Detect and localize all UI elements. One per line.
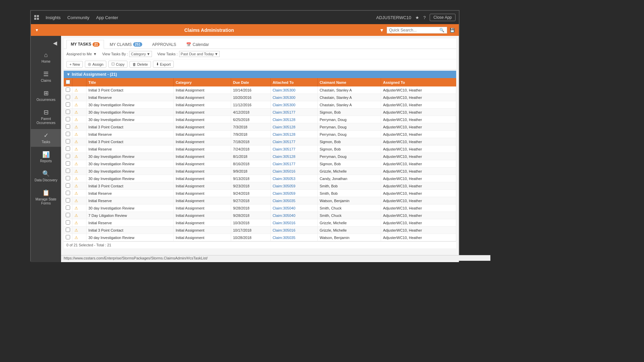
close-app-button[interactable]: Close App	[430, 14, 455, 21]
claim-link[interactable]: Claim:305300	[273, 96, 296, 100]
claim-link[interactable]: Claim:305016	[273, 228, 296, 232]
sidebar-item-data-discovery[interactable]: 🔍 Data Discovery	[31, 167, 61, 185]
tab-my-claims[interactable]: MY CLAIMS 251	[105, 40, 146, 49]
row-checkbox-2[interactable]	[66, 102, 70, 107]
export-button[interactable]: ⬇ Export	[153, 61, 174, 68]
help-icon[interactable]: ?	[423, 15, 426, 20]
row-checkbox-cell[interactable]	[64, 131, 72, 138]
row-checkbox-8[interactable]	[66, 146, 70, 151]
save-icon[interactable]: 💾	[450, 28, 455, 33]
nav-community[interactable]: Community	[67, 15, 90, 20]
row-checkbox-12[interactable]	[66, 176, 70, 180]
col-title[interactable]: Title	[86, 78, 173, 86]
attached-to-cell[interactable]: Claim:305035	[270, 234, 317, 241]
attached-to-cell[interactable]: Claim:305053	[270, 175, 317, 182]
tab-calendar[interactable]: 📅 Calendar	[182, 40, 213, 49]
attached-to-cell[interactable]: Claim:305040	[270, 204, 317, 212]
attached-to-cell[interactable]: Claim:305128	[270, 116, 317, 123]
row-checkbox-4[interactable]	[66, 117, 70, 121]
claim-link[interactable]: Claim:305040	[273, 206, 296, 210]
attached-to-cell[interactable]: Claim:305177	[270, 145, 317, 153]
claim-link[interactable]: Claim:305016	[273, 169, 296, 173]
claim-link[interactable]: Claim:305059	[273, 191, 296, 195]
attached-to-cell[interactable]: Claim:305128	[270, 153, 317, 160]
row-checkbox-16[interactable]	[66, 205, 70, 210]
group-collapse-icon[interactable]: ▼	[66, 72, 70, 77]
attached-to-cell[interactable]: Claim:305040	[270, 212, 317, 219]
row-checkbox-6[interactable]	[66, 132, 70, 136]
attached-to-cell[interactable]: Claim:305128	[270, 123, 317, 131]
row-checkbox-cell[interactable]	[64, 197, 72, 204]
view-tasks-select[interactable]: Past Due and Today ▼	[179, 51, 220, 57]
row-checkbox-10[interactable]	[66, 161, 70, 166]
row-checkbox-cell[interactable]	[64, 234, 72, 241]
row-checkbox-18[interactable]	[66, 220, 70, 225]
attached-to-cell[interactable]: Claim:305300	[270, 101, 317, 109]
row-checkbox-0[interactable]	[66, 87, 70, 92]
row-checkbox-cell[interactable]	[64, 94, 72, 101]
row-checkbox-11[interactable]	[66, 169, 70, 173]
row-checkbox-13[interactable]	[66, 183, 70, 188]
sidebar-item-parent-occurrences[interactable]: ⊟ Parent Occurrences	[31, 106, 61, 128]
delete-button[interactable]: 🗑 Delete	[129, 61, 151, 68]
row-checkbox-cell[interactable]	[64, 212, 72, 219]
claim-link[interactable]: Claim:305177	[273, 147, 296, 151]
attached-to-cell[interactable]: Claim:305059	[270, 190, 317, 197]
claim-link[interactable]: Claim:305128	[273, 155, 296, 159]
header-dropdown-arrow[interactable]: ▼	[379, 27, 384, 33]
claim-link[interactable]: Claim:305177	[273, 162, 296, 166]
attached-to-cell[interactable]: Claim:305177	[270, 138, 317, 145]
claim-link[interactable]: Claim:305177	[273, 110, 296, 114]
row-checkbox-20[interactable]	[66, 235, 70, 239]
claim-link[interactable]: Claim:305040	[273, 214, 296, 218]
claim-link[interactable]: Claim:305059	[273, 184, 296, 188]
attached-to-cell[interactable]: Claim:305035	[270, 197, 317, 204]
row-checkbox-cell[interactable]	[64, 101, 72, 109]
claim-link[interactable]: Claim:305035	[273, 236, 296, 240]
attached-to-cell[interactable]: Claim:305016	[270, 227, 317, 234]
search-input[interactable]	[389, 28, 439, 33]
attached-to-cell[interactable]: Claim:305016	[270, 219, 317, 227]
new-button[interactable]: + New	[66, 61, 83, 68]
attached-to-cell[interactable]: Claim:305059	[270, 182, 317, 190]
copy-button[interactable]: ☐ Copy	[108, 61, 127, 68]
assign-button[interactable]: ◎ Assign	[85, 61, 106, 68]
nav-app-center[interactable]: App Center	[96, 15, 118, 20]
col-due-date[interactable]: Due Date	[231, 78, 270, 86]
claim-link[interactable]: Claim:305128	[273, 125, 296, 129]
sidebar-item-occurrences[interactable]: ⊞ Occurrences	[31, 87, 61, 105]
nav-insights[interactable]: Insights	[46, 15, 61, 20]
row-checkbox-cell[interactable]	[64, 86, 72, 94]
claim-link[interactable]: Claim:305300	[273, 103, 296, 107]
row-checkbox-cell[interactable]	[64, 219, 72, 227]
header-dropdown-icon[interactable]: ▼	[35, 28, 39, 33]
row-checkbox-cell[interactable]	[64, 123, 72, 131]
row-checkbox-5[interactable]	[66, 124, 70, 129]
row-checkbox-cell[interactable]	[64, 160, 72, 168]
sidebar-item-tasks[interactable]: ✓ Tasks	[31, 129, 61, 147]
row-checkbox-14[interactable]	[66, 191, 70, 195]
claim-link[interactable]: Claim:305016	[273, 221, 296, 225]
row-checkbox-cell[interactable]	[64, 116, 72, 123]
tab-approvals[interactable]: APPROVALS	[148, 40, 181, 49]
attached-to-cell[interactable]: Claim:305016	[270, 168, 317, 175]
search-icon[interactable]: 🔍	[439, 28, 444, 33]
row-checkbox-cell[interactable]	[64, 175, 72, 182]
attached-to-cell[interactable]: Claim:305177	[270, 160, 317, 168]
row-checkbox-9[interactable]	[66, 154, 70, 158]
claim-link[interactable]: Claim:305128	[273, 132, 296, 136]
claim-link[interactable]: Claim:305128	[273, 118, 296, 122]
row-checkbox-17[interactable]	[66, 213, 70, 217]
col-claimant-name[interactable]: Claimant Name	[317, 78, 381, 86]
sidebar-item-reports[interactable]: 📊 Reports	[31, 148, 61, 166]
row-checkbox-cell[interactable]	[64, 190, 72, 197]
row-checkbox-cell[interactable]	[64, 204, 72, 212]
row-checkbox-3[interactable]	[66, 110, 70, 114]
row-checkbox-cell[interactable]	[64, 168, 72, 175]
row-checkbox-7[interactable]	[66, 139, 70, 143]
sidebar-toggle[interactable]: ◀	[31, 39, 61, 48]
row-checkbox-cell[interactable]	[64, 153, 72, 160]
row-checkbox-cell[interactable]	[64, 109, 72, 116]
assigned-dropdown-icon[interactable]: ▼	[93, 52, 97, 56]
col-attached-to[interactable]: Attached To	[270, 78, 317, 86]
